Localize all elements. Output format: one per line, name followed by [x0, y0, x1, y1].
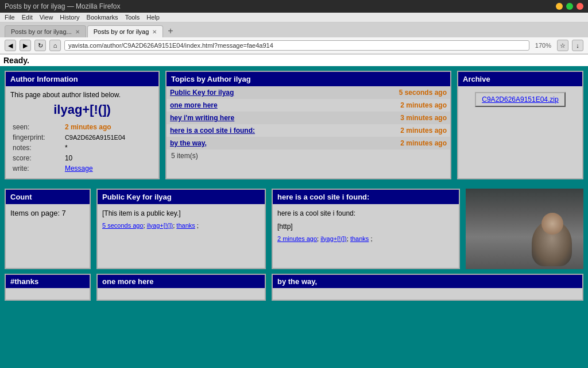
maximize-btn[interactable]: [566, 3, 573, 10]
topics-card: Topics by Author ilyag Public Key for il…: [165, 71, 451, 179]
score-value: 10: [63, 153, 154, 163]
topic-row: by the way, 2 minutes ago: [167, 137, 450, 150]
tab-1-label: Posts by or for ilyag...: [11, 28, 72, 35]
menu-help[interactable]: Help: [146, 14, 160, 21]
webcam-area: [466, 189, 583, 269]
menu-view[interactable]: View: [40, 14, 53, 21]
strip-card-1: #thanks: [5, 274, 91, 301]
post1-time-link[interactable]: 5 seconds ago: [102, 222, 144, 229]
post1-footer: 5 seconds ago; ilyag+[!(]); thanks ;: [102, 222, 260, 229]
seen-value: 2 minutes ago: [65, 123, 111, 131]
author-info-header: Author Information: [6, 72, 158, 86]
topic-link-1[interactable]: Public Key for ilyag: [170, 89, 234, 97]
tab-bar: Posts by or for ilyag... ✕ Posts by or f…: [0, 22, 588, 37]
post2-body-line3: [http]: [277, 222, 454, 232]
tab-2-close[interactable]: ✕: [152, 29, 157, 35]
post1-header: Public Key for ilyag: [98, 190, 265, 204]
ready-bar: Ready.: [0, 55, 588, 66]
topic-link-5[interactable]: by the way,: [170, 139, 207, 147]
topic-time-1: 5 seconds ago: [399, 89, 447, 97]
post1-card: Public Key for ilyag [This item is a pub…: [96, 189, 266, 269]
address-bar: ◀ ▶ ↻ ⌂ yavista.com/author/C9A2D626A9151…: [0, 37, 588, 54]
topics-table: Public Key for ilyag 5 seconds ago one m…: [167, 86, 450, 150]
title-bar: Posts by or for ilyag — Mozilla Firefox: [0, 0, 588, 13]
post2-author-link[interactable]: ilyag+[!(]): [320, 235, 347, 242]
menu-edit[interactable]: Edit: [22, 14, 33, 21]
topics-header: Topics by Author ilyag: [167, 72, 450, 86]
url-input[interactable]: yavista.com/author/C9A2D626A9151E04/inde…: [64, 40, 529, 51]
post2-footer: 2 minutes ago; ilyag+[!(]); thanks ;: [277, 235, 454, 242]
post1-thanks-link[interactable]: thanks: [176, 222, 195, 229]
browser-title: Posts by or for ilyag — Mozilla Firefox: [5, 2, 120, 10]
archive-header: Archive: [458, 72, 582, 86]
strip-header-3: by the way,: [273, 275, 582, 288]
post1-body: [This item is a public key.]: [102, 209, 260, 218]
post1-author-link[interactable]: ilyag+[!(]): [147, 222, 173, 229]
zoom-level: 170%: [533, 41, 554, 50]
archive-download-link[interactable]: C9A2D626A9151E04.zip: [475, 92, 565, 107]
home-btn[interactable]: ⌂: [49, 40, 61, 51]
menu-bookmarks[interactable]: Bookmarks: [87, 14, 118, 21]
tab-2-label: Posts by or for ilyag: [94, 28, 149, 35]
write-row: write: Message: [10, 163, 154, 174]
post2-thanks-link[interactable]: thanks: [350, 235, 369, 242]
close-btn[interactable]: [577, 3, 583, 10]
topic-link-2[interactable]: one more here: [170, 101, 218, 109]
webcam-feed: [466, 189, 583, 269]
author-info-card: Author Information This page about autho…: [5, 71, 160, 179]
score-label: score:: [10, 153, 63, 163]
author-name: ilyag+[!(]): [10, 102, 154, 117]
post2-time-link[interactable]: 2 minutes ago: [277, 235, 317, 242]
minimize-btn[interactable]: [556, 3, 563, 10]
bookmark-btn[interactable]: ☆: [557, 40, 568, 51]
topic-time-3: 3 minutes ago: [400, 114, 447, 122]
topic-link-4[interactable]: here is a cool site i found:: [170, 126, 255, 135]
strip-header-1: #thanks: [6, 275, 90, 288]
strip-card-2: one more here: [96, 274, 266, 301]
topic-link-3[interactable]: hey i'm writing here: [170, 114, 234, 122]
back-btn[interactable]: ◀: [5, 40, 16, 51]
tab-2[interactable]: Posts by or for ilyag ✕: [87, 25, 164, 37]
topic-time-5: 2 minutes ago: [400, 139, 447, 147]
menu-tools[interactable]: Tools: [125, 14, 140, 21]
write-label: write:: [10, 163, 63, 174]
strip-card-3: by the way,: [272, 274, 583, 301]
fingerprint-row: fingerprint: C9A2D626A9151E04: [10, 132, 154, 143]
fingerprint-label: fingerprint:: [10, 132, 63, 143]
topic-row: one more here 2 minutes ago: [167, 99, 450, 112]
score-row: score: 10: [10, 153, 154, 163]
fingerprint-value: C9A2D626A9151E04: [65, 134, 125, 141]
topics-count: 5 item(s): [167, 150, 450, 162]
author-desc: This page about author listed below.: [10, 91, 154, 99]
ready-label: Ready.: [3, 56, 29, 65]
post2-card: here is a cool site i found: here is a c…: [272, 189, 460, 269]
menu-history[interactable]: History: [60, 14, 79, 21]
download-btn[interactable]: ↓: [572, 40, 583, 51]
topic-time-2: 2 minutes ago: [400, 101, 447, 109]
seen-label: seen:: [10, 122, 63, 132]
tab-1[interactable]: Posts by or for ilyag... ✕: [5, 25, 86, 37]
count-value: Items on page: 7: [6, 204, 90, 222]
notes-label: notes:: [10, 143, 63, 153]
topic-time-4: 2 minutes ago: [400, 126, 447, 135]
topic-row: here is a cool site i found: 2 minutes a…: [167, 124, 450, 137]
refresh-btn[interactable]: ↻: [34, 40, 46, 51]
topic-row: hey i'm writing here 3 minutes ago: [167, 112, 450, 124]
topic-row: Public Key for ilyag 5 seconds ago: [167, 86, 450, 99]
archive-card: Archive C9A2D626A9151E04.zip: [457, 71, 583, 179]
forward-btn[interactable]: ▶: [20, 40, 31, 51]
post2-body-line1: here is a cool site i found:: [277, 209, 454, 218]
count-header: Count: [6, 190, 90, 204]
seen-row: seen: 2 minutes ago: [10, 122, 154, 132]
strip-header-2: one more here: [98, 275, 265, 288]
new-tab-btn[interactable]: +: [164, 25, 176, 37]
notes-row: notes: *: [10, 143, 154, 153]
post2-header: here is a cool site i found:: [273, 190, 459, 204]
count-card: Count Items on page: 7: [5, 189, 91, 269]
menu-bar: File Edit View History Bookmarks Tools H…: [0, 13, 588, 22]
message-link[interactable]: Message: [65, 164, 93, 172]
tab-1-close[interactable]: ✕: [75, 29, 80, 35]
menu-file[interactable]: File: [5, 14, 15, 21]
notes-value: *: [63, 143, 154, 153]
author-table: seen: 2 minutes ago fingerprint: C9A2D62…: [10, 122, 154, 174]
